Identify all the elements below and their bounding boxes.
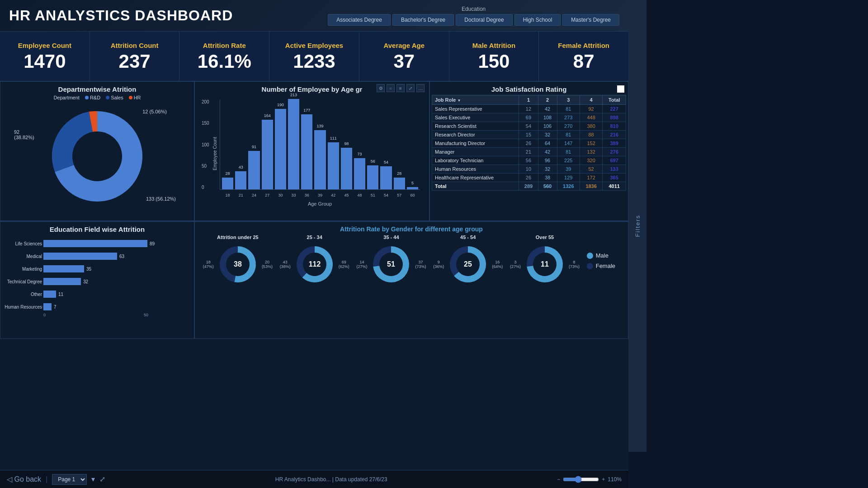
donut-svg: 112 xyxy=(292,242,337,287)
bar-group: 11142 xyxy=(328,142,339,189)
bar-age-label: 33 xyxy=(292,193,296,197)
job-satisfaction-panel: Job Satisfaction Rating Job Role ▼1234To… xyxy=(429,81,628,221)
gender-attrition-panel: Attrition Rate by Gender for different a… xyxy=(194,221,628,339)
job-table-header: 1 xyxy=(519,95,538,105)
icon-circle[interactable]: ○ xyxy=(387,84,395,92)
kpi-active-employees-value: 1233 xyxy=(293,52,335,71)
table-cell: 56 xyxy=(519,156,538,165)
filter-highschool[interactable]: High School xyxy=(514,14,561,26)
table-total-cell: Total xyxy=(432,182,519,191)
donut-group: 35 - 4414(27%)5137(73%) xyxy=(356,235,426,287)
table-cell: 26 xyxy=(519,174,538,182)
bar-age-label: 24 xyxy=(252,193,256,197)
x-axis-title: Age Group xyxy=(220,201,420,206)
dashboard-title: HR ANALYSTICS DASHBOARD xyxy=(9,7,233,24)
bar-value-label: 98 xyxy=(344,141,349,146)
bar-group: 16427 xyxy=(262,120,273,189)
edu-bar-value: 11 xyxy=(58,292,63,297)
bar-group: 9845 xyxy=(341,148,352,189)
legend-sales: Sales xyxy=(106,95,123,100)
kpi-attrition-rate-label: Attrition Rate xyxy=(203,42,246,49)
bar-age-label: 42 xyxy=(331,193,335,197)
bar: 213 xyxy=(288,99,299,189)
donut-group: Over 553(27%)118(73%) xyxy=(510,235,580,287)
table-row: Manager214281132276 xyxy=(432,148,626,156)
filter-buttons-group: Associates Degree Bachelor's Degree Doct… xyxy=(328,14,619,26)
filter-bachelors[interactable]: Bachelor's Degree xyxy=(392,14,454,26)
bar-value-label: 213 xyxy=(290,93,297,97)
job-table-header: 4 xyxy=(580,95,602,105)
table-total-cell: 560 xyxy=(538,182,557,191)
go-back-button[interactable]: ◁ Go back xyxy=(7,475,41,483)
kpi-attrition-rate: Attrition Rate 16.1% xyxy=(179,32,269,81)
pie-label-hr: 12 (5.06%) xyxy=(142,109,167,114)
gender-legend: MaleFemale xyxy=(587,252,620,269)
icon-expand[interactable]: ⤢ xyxy=(406,84,415,92)
edu-bar-fill xyxy=(43,253,117,260)
zoom-plus[interactable]: + xyxy=(602,476,605,483)
edu-bar-row: Life Sciences89 xyxy=(43,239,185,248)
donut-svg: 11 xyxy=(522,242,567,287)
bottom-nav: ◁ Go back | Page 1 ▾ ⤢ xyxy=(7,474,105,485)
table-cell: 129 xyxy=(557,174,580,182)
page-dropdown-btn[interactable]: ▾ xyxy=(91,475,95,483)
bar-age-label: 57 xyxy=(397,193,401,197)
bar: 139 xyxy=(314,130,326,189)
bar-value-label: 190 xyxy=(277,103,284,107)
job-table-header: 3 xyxy=(557,95,580,105)
icon-lines[interactable]: ≡ xyxy=(396,84,405,92)
donut-age-label: 35 - 44 xyxy=(383,235,399,240)
zoom-slider[interactable] xyxy=(563,476,599,483)
bar-group: 7348 xyxy=(354,158,365,189)
table-cell: 54 xyxy=(519,122,538,131)
zoom-minus[interactable]: − xyxy=(557,476,560,483)
bar: 177 xyxy=(301,114,312,189)
separator: | xyxy=(46,475,47,483)
kpi-female-attrition: Female Attrition 87 xyxy=(539,32,628,81)
edu-bar-label: Marketing xyxy=(1,267,42,272)
edu-bar-label: Life Sciences xyxy=(1,241,42,246)
icon-settings[interactable]: ⚙ xyxy=(377,84,385,92)
job-table: Job Role ▼1234TotalSales Representative1… xyxy=(432,95,626,191)
table-cell: Sales Representative xyxy=(432,105,519,113)
bar: 54 xyxy=(380,166,392,189)
table-cell: 320 xyxy=(580,156,602,165)
filter-associates[interactable]: Associates Degree xyxy=(328,14,391,26)
bar-value-label: 139 xyxy=(317,124,324,128)
donut-female-label: 9(36%) xyxy=(433,260,444,269)
table-cell: 227 xyxy=(603,105,626,113)
kpi-attrition-count-value: 237 xyxy=(119,52,151,71)
table-row: Research Scientist54106270380810 xyxy=(432,122,626,131)
donut-male-label: 37(73%) xyxy=(415,260,426,269)
legend-female-dot xyxy=(587,263,593,269)
bar: 43 xyxy=(235,171,246,189)
table-cell: 81 xyxy=(557,148,580,156)
pie-chart-svg xyxy=(47,107,147,206)
edu-bar-row: Other11 xyxy=(43,290,185,298)
table-cell: Research Scientist xyxy=(432,122,519,131)
edu-attrition-panel: Education Field wise Attrition Life Scie… xyxy=(0,221,194,339)
kpi-active-employees-label: Active Employees xyxy=(285,42,343,49)
table-cell: Human Resources xyxy=(432,165,519,174)
bar-group: 21333 xyxy=(288,99,299,189)
filters-label[interactable]: Filters xyxy=(634,215,641,237)
table-cell: 147 xyxy=(557,139,580,148)
expand-btn[interactable]: ⤢ xyxy=(99,475,105,483)
filter-masters[interactable]: Master's Degree xyxy=(562,14,619,26)
page-select[interactable]: Page 1 xyxy=(52,474,87,485)
table-row: Laboratory Technician5696225320697 xyxy=(432,156,626,165)
edu-attrition-title: Education Field wise Attrition xyxy=(0,222,194,235)
table-total-cell: 4011 xyxy=(603,182,626,191)
filters-sidebar: Filters xyxy=(628,0,646,452)
icon-more[interactable]: … xyxy=(416,84,425,92)
table-row: Sales Executive69108273448898 xyxy=(432,113,626,122)
kpi-employee-count-value: 1470 xyxy=(24,52,66,71)
donut-group: 25 - 3443(38%)11269(62%) xyxy=(280,235,349,287)
table-cell: 106 xyxy=(538,122,557,131)
header: HR ANALYSTICS DASHBOARD Education Associ… xyxy=(0,0,628,32)
table-cell: 32 xyxy=(538,165,557,174)
table-cell: 132 xyxy=(580,148,602,156)
filter-doctoral[interactable]: Doctoral Degree xyxy=(456,14,512,26)
donut-row: Attrition under 2518(47%)3820(53%)25 - 3… xyxy=(195,235,628,289)
donut-female-label: 3(27%) xyxy=(510,260,521,269)
